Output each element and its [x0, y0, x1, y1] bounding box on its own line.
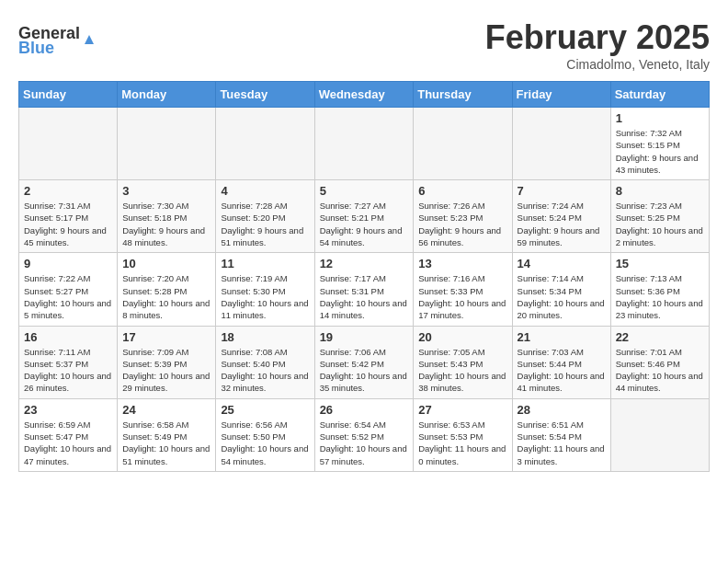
day-number: 19: [320, 330, 409, 344]
day-info: Sunrise: 7:17 AM Sunset: 5:31 PM Dayligh…: [320, 272, 409, 321]
weekday-header-tuesday: Tuesday: [216, 82, 314, 108]
day-number: 9: [24, 257, 112, 270]
day-info: Sunrise: 7:03 AM Sunset: 5:44 PM Dayligh…: [518, 346, 606, 395]
calendar-cell: 10Sunrise: 7:20 AM Sunset: 5:28 PM Dayli…: [118, 253, 216, 326]
calendar-cell: [512, 108, 610, 180]
day-info: Sunrise: 6:53 AM Sunset: 5:53 PM Dayligh…: [418, 419, 506, 467]
day-number: 3: [122, 184, 210, 198]
day-number: 27: [418, 403, 506, 417]
day-info: Sunrise: 6:58 AM Sunset: 5:49 PM Dayligh…: [122, 419, 210, 467]
day-info: Sunrise: 6:56 AM Sunset: 5:50 PM Dayligh…: [221, 419, 309, 467]
day-number: 5: [320, 184, 409, 198]
day-number: 16: [24, 330, 112, 344]
calendar-cell: 8Sunrise: 7:23 AM Sunset: 5:25 PM Daylig…: [610, 180, 709, 253]
calendar-cell: 2Sunrise: 7:31 AM Sunset: 5:17 PM Daylig…: [19, 180, 118, 253]
calendar-cell: 22Sunrise: 7:01 AM Sunset: 5:46 PM Dayli…: [610, 326, 709, 398]
day-number: 7: [518, 184, 606, 198]
day-number: 4: [221, 184, 309, 198]
day-number: 28: [518, 403, 606, 417]
month-year-title: February 2025: [485, 18, 710, 57]
day-info: Sunrise: 7:16 AM Sunset: 5:33 PM Dayligh…: [418, 272, 506, 321]
weekday-header-friday: Friday: [512, 82, 610, 108]
week-row-3: 9Sunrise: 7:22 AM Sunset: 5:27 PM Daylig…: [19, 253, 710, 326]
day-info: Sunrise: 7:06 AM Sunset: 5:42 PM Dayligh…: [320, 346, 409, 395]
day-info: Sunrise: 6:51 AM Sunset: 5:54 PM Dayligh…: [518, 419, 606, 467]
day-info: Sunrise: 7:23 AM Sunset: 5:25 PM Dayligh…: [616, 200, 704, 248]
day-number: 26: [320, 403, 409, 417]
day-info: Sunrise: 7:19 AM Sunset: 5:30 PM Dayligh…: [221, 272, 309, 321]
calendar-cell: 24Sunrise: 6:58 AM Sunset: 5:49 PM Dayli…: [118, 398, 216, 471]
day-info: Sunrise: 7:05 AM Sunset: 5:43 PM Dayligh…: [418, 346, 506, 395]
day-info: Sunrise: 7:27 AM Sunset: 5:21 PM Dayligh…: [320, 200, 409, 248]
calendar-cell: 14Sunrise: 7:14 AM Sunset: 5:34 PM Dayli…: [512, 253, 610, 326]
day-number: 21: [518, 330, 606, 344]
title-block: February 2025 Cimadolmo, Veneto, Italy: [485, 18, 710, 72]
calendar-cell: [118, 108, 216, 180]
calendar-cell: 13Sunrise: 7:16 AM Sunset: 5:33 PM Dayli…: [414, 253, 512, 326]
calendar-cell: 4Sunrise: 7:28 AM Sunset: 5:20 PM Daylig…: [216, 180, 314, 253]
day-number: 13: [418, 257, 506, 270]
day-info: Sunrise: 7:31 AM Sunset: 5:17 PM Dayligh…: [24, 200, 112, 248]
calendar-cell: 3Sunrise: 7:30 AM Sunset: 5:18 PM Daylig…: [118, 180, 216, 253]
calendar-cell: 18Sunrise: 7:08 AM Sunset: 5:40 PM Dayli…: [216, 326, 314, 398]
calendar-cell: [19, 108, 118, 180]
day-info: Sunrise: 7:20 AM Sunset: 5:28 PM Dayligh…: [122, 272, 210, 321]
day-number: 22: [616, 330, 704, 344]
day-info: Sunrise: 7:22 AM Sunset: 5:27 PM Dayligh…: [24, 272, 112, 321]
weekday-header-wednesday: Wednesday: [314, 82, 414, 108]
day-info: Sunrise: 7:11 AM Sunset: 5:37 PM Dayligh…: [24, 346, 112, 395]
weekday-header-thursday: Thursday: [414, 82, 512, 108]
day-info: Sunrise: 7:30 AM Sunset: 5:18 PM Dayligh…: [122, 200, 210, 248]
day-number: 25: [221, 403, 309, 417]
calendar-cell: 26Sunrise: 6:54 AM Sunset: 5:52 PM Dayli…: [314, 398, 414, 471]
calendar-cell: 5Sunrise: 7:27 AM Sunset: 5:21 PM Daylig…: [314, 180, 414, 253]
calendar-cell: 11Sunrise: 7:19 AM Sunset: 5:30 PM Dayli…: [216, 253, 314, 326]
calendar-cell: [216, 108, 314, 180]
day-info: Sunrise: 7:24 AM Sunset: 5:24 PM Dayligh…: [518, 200, 606, 248]
day-number: 24: [122, 403, 210, 417]
day-number: 6: [418, 184, 506, 198]
calendar-cell: 16Sunrise: 7:11 AM Sunset: 5:37 PM Dayli…: [19, 326, 118, 398]
calendar-cell: 20Sunrise: 7:05 AM Sunset: 5:43 PM Dayli…: [414, 326, 512, 398]
location-subtitle: Cimadolmo, Veneto, Italy: [485, 57, 710, 72]
weekday-header-saturday: Saturday: [610, 82, 709, 108]
calendar-cell: 12Sunrise: 7:17 AM Sunset: 5:31 PM Dayli…: [314, 253, 414, 326]
calendar-cell: [414, 108, 512, 180]
day-info: Sunrise: 6:54 AM Sunset: 5:52 PM Dayligh…: [320, 419, 409, 467]
calendar-cell: 25Sunrise: 6:56 AM Sunset: 5:50 PM Dayli…: [216, 398, 314, 471]
calendar-cell: 7Sunrise: 7:24 AM Sunset: 5:24 PM Daylig…: [512, 180, 610, 253]
week-row-4: 16Sunrise: 7:11 AM Sunset: 5:37 PM Dayli…: [19, 326, 710, 398]
calendar-cell: 19Sunrise: 7:06 AM Sunset: 5:42 PM Dayli…: [314, 326, 414, 398]
weekday-header-sunday: Sunday: [19, 82, 118, 108]
day-number: 10: [122, 257, 210, 270]
calendar-cell: 6Sunrise: 7:26 AM Sunset: 5:23 PM Daylig…: [414, 180, 512, 253]
day-info: Sunrise: 7:13 AM Sunset: 5:36 PM Dayligh…: [616, 272, 704, 321]
day-number: 18: [221, 330, 309, 344]
day-info: Sunrise: 7:32 AM Sunset: 5:15 PM Dayligh…: [616, 127, 704, 176]
day-info: Sunrise: 7:08 AM Sunset: 5:40 PM Dayligh…: [221, 346, 309, 395]
calendar-cell: 21Sunrise: 7:03 AM Sunset: 5:44 PM Dayli…: [512, 326, 610, 398]
day-info: Sunrise: 7:01 AM Sunset: 5:46 PM Dayligh…: [616, 346, 704, 395]
day-number: 1: [616, 111, 704, 125]
day-info: Sunrise: 7:09 AM Sunset: 5:39 PM Dayligh…: [122, 346, 210, 395]
logo-svg: General Blue: [18, 18, 101, 55]
day-number: 8: [616, 184, 704, 198]
week-row-1: 1Sunrise: 7:32 AM Sunset: 5:15 PM Daylig…: [19, 108, 710, 180]
calendar-cell: 1Sunrise: 7:32 AM Sunset: 5:15 PM Daylig…: [610, 108, 709, 180]
calendar-cell: [314, 108, 414, 180]
calendar-cell: 27Sunrise: 6:53 AM Sunset: 5:53 PM Dayli…: [414, 398, 512, 471]
calendar-cell: 23Sunrise: 6:59 AM Sunset: 5:47 PM Dayli…: [19, 398, 118, 471]
day-number: 17: [122, 330, 210, 344]
calendar-cell: [610, 398, 709, 471]
calendar-cell: 28Sunrise: 6:51 AM Sunset: 5:54 PM Dayli…: [512, 398, 610, 471]
week-row-5: 23Sunrise: 6:59 AM Sunset: 5:47 PM Dayli…: [19, 398, 710, 471]
day-info: Sunrise: 7:26 AM Sunset: 5:23 PM Dayligh…: [418, 200, 506, 248]
page-header: General Blue February 2025 Cimadolmo, Ve…: [18, 18, 710, 72]
calendar-cell: 17Sunrise: 7:09 AM Sunset: 5:39 PM Dayli…: [118, 326, 216, 398]
day-number: 12: [320, 257, 409, 270]
weekday-header-monday: Monday: [118, 82, 216, 108]
day-number: 23: [24, 403, 112, 417]
calendar-cell: 9Sunrise: 7:22 AM Sunset: 5:27 PM Daylig…: [19, 253, 118, 326]
day-info: Sunrise: 6:59 AM Sunset: 5:47 PM Dayligh…: [24, 419, 112, 467]
day-info: Sunrise: 7:14 AM Sunset: 5:34 PM Dayligh…: [518, 272, 606, 321]
